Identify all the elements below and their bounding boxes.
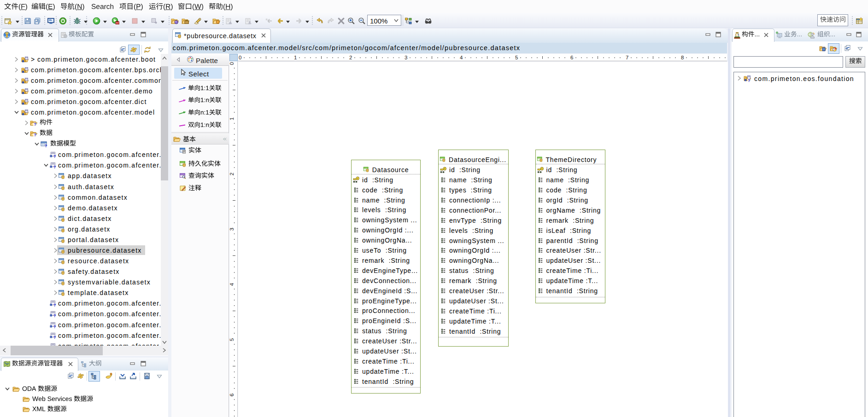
svg-text:?: ? (53, 303, 56, 307)
svg-text:?: ? (34, 122, 36, 127)
svg-text:?: ? (53, 155, 56, 159)
svg-text:?: ? (53, 324, 56, 329)
svg-text:?: ? (53, 314, 56, 318)
svg-text:?: ? (53, 165, 56, 169)
svg-text:?: ? (45, 144, 47, 148)
svg-text:?: ? (748, 78, 751, 82)
svg-text:?: ? (53, 335, 56, 339)
svg-text:?: ? (34, 133, 36, 137)
